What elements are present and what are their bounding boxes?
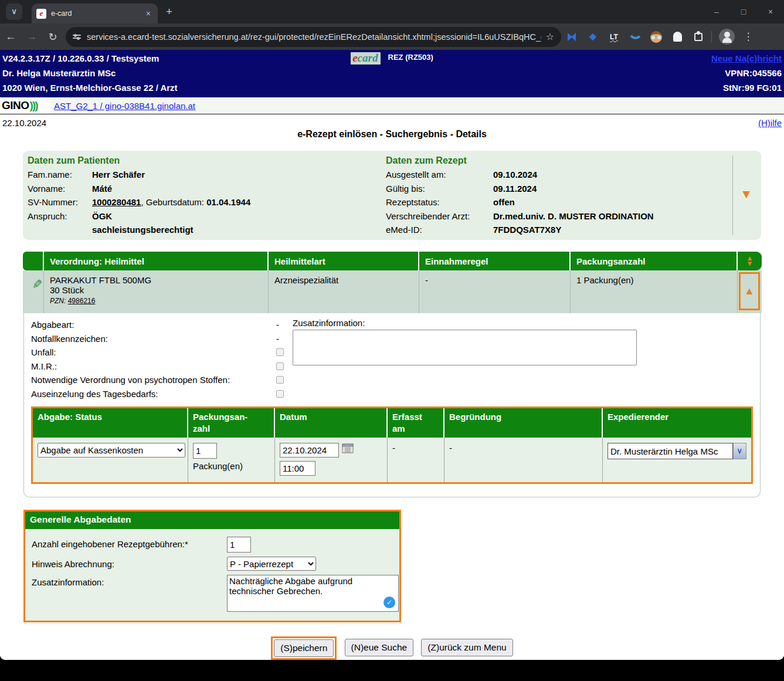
- extension-arrows-icon[interactable]: [561, 27, 582, 47]
- patient-data-section: Daten zum Patienten Fam.name:Herr Schäfe…: [28, 155, 250, 237]
- abgabe-status-select[interactable]: Abgabe auf Kassenkosten: [38, 443, 185, 458]
- unfall-checkbox[interactable]: [276, 348, 284, 356]
- abgabe-erfasst-header: Erfasst am: [388, 408, 444, 438]
- current-date: 22.10.2024: [2, 118, 46, 128]
- gino-waves-icon: ))): [30, 99, 38, 112]
- action-buttons: (S)peichern (N)eue Suche (Z)urück zum Me…: [0, 636, 784, 660]
- medication-art: Arzneispezialität: [269, 270, 419, 313]
- sort-arrows-icon[interactable]: ▲▼: [746, 256, 754, 266]
- medication-einnahmeregel: -: [419, 270, 571, 313]
- abgabe-pack-header: Packungsan- zahl: [188, 408, 275, 438]
- toolbar-divider: [711, 31, 712, 43]
- sv-number-link[interactable]: 1000280481: [92, 197, 141, 207]
- help-link[interactable]: (H)ilfe: [758, 118, 782, 128]
- pack-count-input[interactable]: [193, 443, 217, 459]
- hinweis-abrechnung-label: Hinweis Abrechnung:: [32, 557, 227, 569]
- browser-menu-icon[interactable]: ⋮: [739, 31, 757, 43]
- profile-avatar[interactable]: [719, 29, 735, 45]
- psychotrop-checkbox[interactable]: [276, 376, 284, 384]
- vpnr: VPNR:045566: [392, 68, 782, 78]
- save-button[interactable]: (S)peichern: [274, 639, 334, 657]
- rezeptgebuehren-label: Anzahl eingehobener Rezeptgebühren:*: [32, 537, 227, 549]
- abgabe-time-input[interactable]: [280, 461, 315, 476]
- bookmark-star-icon[interactable]: ☆: [546, 31, 554, 42]
- browser-window: ∨ e e-card × + – □ × ← → ↻ services-a.ec…: [0, 0, 784, 660]
- tab-close-icon[interactable]: ×: [144, 9, 153, 18]
- heilmittelart-header[interactable]: Heilmittelart: [269, 252, 419, 270]
- zusatzinfo-textarea[interactable]: [293, 330, 637, 365]
- edit-pencil-icon[interactable]: ✎: [32, 277, 43, 292]
- arzt-value: Dr.med.univ. D. MUSTER ORDINATION: [493, 211, 654, 221]
- minimize-icon[interactable]: –: [703, 7, 730, 16]
- app-code: REZ (RZ503): [388, 53, 433, 62]
- expedierender-input[interactable]: [607, 443, 733, 459]
- medication-table: Verordnung: Heilmittel Heilmittelart Ein…: [23, 252, 762, 313]
- collapse-arrow-icon[interactable]: ▼: [740, 187, 752, 201]
- verordnung-header[interactable]: Verordnung: Heilmittel: [44, 252, 269, 270]
- extension-ghost-icon[interactable]: [667, 27, 688, 47]
- packungsanzahl-header[interactable]: Packungsanzahl: [571, 252, 738, 270]
- browser-toolbar: ← → ↻ services-a.ecard-test.sozialversic…: [0, 23, 784, 50]
- edit-column-header: [23, 252, 44, 270]
- hinweis-abrechnung-select[interactable]: P - Papierrezept: [227, 557, 316, 571]
- abgabe-date-input[interactable]: [280, 443, 339, 458]
- new-search-button[interactable]: (N)eue Suche: [345, 639, 414, 656]
- tab-search-button[interactable]: ∨: [6, 4, 22, 20]
- famname-label: Fam.name:: [28, 168, 92, 182]
- medication-packungen: 1 Packung(en): [571, 270, 738, 313]
- extension-phone-icon[interactable]: [625, 27, 646, 47]
- generelle-zusatzinfo-textarea[interactable]: Nachträgliche Abgabe aufgrund technische…: [227, 575, 399, 612]
- back-icon[interactable]: ←: [0, 31, 21, 43]
- site-info-icon[interactable]: [73, 33, 81, 40]
- url-text[interactable]: services-a.ecard-test.sozialversicherung…: [87, 32, 541, 42]
- medication-quantity: 30 Stück: [50, 285, 268, 295]
- generelle-abgabedaten: Generelle Abgabedaten Anzahl eingehobene…: [23, 510, 401, 622]
- doctor-name: Dr. Helga Musterärztin MSc: [2, 68, 392, 78]
- erfasst-am-value: -: [388, 438, 444, 482]
- new-message-link[interactable]: Neue Na(c)hricht: [711, 53, 782, 63]
- anspruch-label: Anspruch:: [28, 209, 92, 237]
- browser-tab[interactable]: e e-card ×: [32, 4, 158, 23]
- anspruch-value-2: sachleistungsberechtigt: [92, 225, 194, 235]
- begruendung-value: -: [444, 438, 603, 482]
- collapse-row-button[interactable]: ▲: [739, 272, 760, 310]
- new-tab-button[interactable]: +: [166, 5, 172, 18]
- panel-divider: [732, 155, 733, 235]
- forward-icon[interactable]: →: [21, 31, 42, 43]
- mir-checkbox[interactable]: [276, 362, 284, 370]
- auseinzelung-checkbox[interactable]: [276, 390, 284, 398]
- extension-diamond-icon[interactable]: [582, 27, 603, 47]
- auseinzelung-label: Auseinzelung des Tagesbedarfs:: [31, 389, 276, 399]
- extension-languagetool-icon[interactable]: LT: [603, 27, 625, 47]
- gueltig-value: 09.11.2024: [493, 184, 537, 194]
- extensions-puzzle-icon[interactable]: [688, 27, 709, 47]
- page-title: e-Rezept einlösen - Suchergebnis - Detai…: [0, 129, 784, 140]
- back-to-menu-button[interactable]: (Z)urück zum Menu: [421, 639, 513, 656]
- maximize-icon[interactable]: □: [730, 7, 757, 16]
- mir-label: M.I.R.:: [31, 361, 276, 371]
- extension-face-icon[interactable]: [646, 27, 667, 47]
- url-bar[interactable]: services-a.ecard-test.sozialversicherung…: [66, 27, 561, 47]
- sort-arrows-header[interactable]: ▲▼: [738, 252, 762, 270]
- geb-value: 01.04.1944: [206, 197, 250, 207]
- sv-label: SV-Nummer:: [28, 195, 92, 209]
- spellcheck-ok-icon[interactable]: ✓: [383, 597, 395, 608]
- app-header: V24.2.3.17Z / 10.226.0.33 / Testsystem e…: [0, 50, 784, 97]
- pack-suffix: Packung(en): [193, 461, 270, 471]
- pzn-link[interactable]: 4986216: [68, 297, 96, 305]
- abgabe-status-header: Abgabe: Status: [33, 408, 188, 438]
- gino-station-link[interactable]: AST_G2_1 / gino-038B41.ginolan.at: [54, 101, 195, 111]
- doctor-address: 1020 Wien, Ernst-Melchior-Gasse 22 / Arz…: [2, 83, 392, 93]
- einnahmeregel-header[interactable]: Einnahmeregel: [419, 252, 571, 270]
- rezeptgebuehren-input[interactable]: [227, 537, 251, 553]
- abgabe-table: Abgabe: Status Packungsan- zahl Datum Er…: [31, 406, 753, 484]
- reload-icon[interactable]: ↻: [42, 31, 63, 43]
- abgabeart-value: -: [276, 320, 279, 330]
- ecard-logo: ecard: [351, 52, 381, 65]
- version-info: V24.2.3.17Z / 10.226.0.33 / Testsystem: [2, 53, 351, 63]
- close-icon[interactable]: ×: [757, 7, 784, 16]
- expedierender-dropdown-icon[interactable]: ∨: [733, 443, 746, 459]
- ecard-favicon: e: [36, 9, 46, 19]
- patient-rezept-panel: Daten zum Patienten Fam.name:Herr Schäfe…: [23, 151, 761, 240]
- calendar-icon[interactable]: [342, 443, 354, 455]
